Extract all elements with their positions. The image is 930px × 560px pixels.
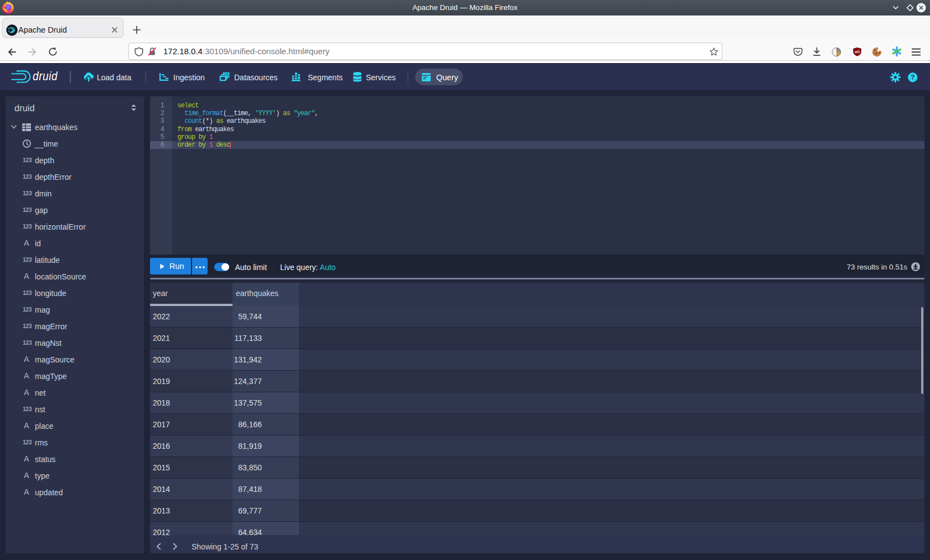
svg-text:?: ?	[911, 74, 914, 81]
svg-text:uO: uO	[855, 50, 860, 54]
